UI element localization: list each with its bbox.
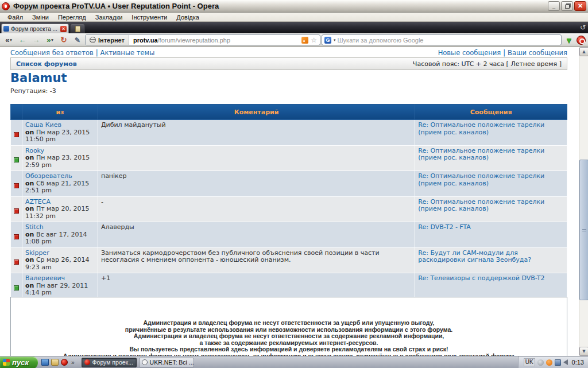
vote-comment: панікер <box>98 171 415 197</box>
tab-forum[interactable]: Форум проекта ... ✕ <box>1 24 69 33</box>
volume-icon[interactable] <box>563 359 568 365</box>
opera-quick-launch-icon[interactable] <box>61 359 68 366</box>
menu-help[interactable]: Довідка <box>172 13 203 21</box>
reputation-line: Репутация: -3 <box>10 87 56 95</box>
search-engine-dropdown-icon[interactable]: ▾ <box>334 38 336 42</box>
restore-icon <box>565 5 570 9</box>
message-link[interactable]: Re: Оптимальное положение тарелки (прием… <box>418 198 544 213</box>
tab-close-icon[interactable]: ✕ <box>60 26 67 32</box>
forward-button[interactable]: → <box>30 34 42 45</box>
rewind-button[interactable]: «▾ <box>2 34 15 45</box>
opera-task-icon <box>84 359 90 365</box>
vote-date: Сб мар 21, 2015 2:51 pm <box>25 180 89 195</box>
link-unanswered[interactable]: Сообщения без ответов <box>10 49 94 57</box>
message-link[interactable]: Re: DVB-T2 - FTA <box>418 223 471 231</box>
site-favicon-icon <box>3 26 9 32</box>
vote-comment: +1 <box>98 273 415 299</box>
fast-forward-dropdown-icon: ▾ <box>51 38 53 42</box>
vote-comment: - <box>98 196 415 222</box>
new-tab-button[interactable] <box>71 24 84 33</box>
globe-icon <box>90 37 96 43</box>
message-link[interactable]: Re: Оптимальное положение тарелки (прием… <box>418 121 544 136</box>
close-button[interactable]: ✕ <box>574 1 586 11</box>
link-active-topics[interactable]: Активные темы <box>100 49 155 57</box>
url-field[interactable]: Інтернет protv.ua/forum/viewreputation.p… <box>85 34 320 45</box>
restore-button[interactable] <box>561 1 573 11</box>
task-button-ukrnet[interactable]: UKR.NET: Всі ... <box>139 358 194 367</box>
forum-quick-links: Сообщения без ответов|Активные темы Новы… <box>10 49 567 57</box>
tray-orange-app-icon[interactable] <box>546 359 552 366</box>
table-row: Саша Киевon Пн мар 23, 2015 11:50 pm Диб… <box>11 120 567 146</box>
separator: | <box>501 49 508 57</box>
vote-icon <box>14 234 19 239</box>
vote-date: Пт мар 20, 2015 11:32 pm <box>25 205 90 220</box>
menu-bookmarks[interactable]: Закладки <box>91 13 127 21</box>
quick-launch-overflow-icon[interactable]: » <box>70 359 76 366</box>
vote-date: Пн авг 29, 2011 4:14 pm <box>25 282 88 297</box>
message-link[interactable]: Re: Оптимальное положение тарелки (прием… <box>418 147 544 162</box>
wand-button[interactable]: ✎ <box>71 34 84 45</box>
bookmark-star-icon[interactable]: ☆ <box>311 36 317 44</box>
table-row: Обозревательon Сб мар 21, 2015 2:51 pm п… <box>11 171 567 197</box>
url-domain: protv.ua <box>133 37 158 44</box>
vote-icon <box>14 183 19 188</box>
vote-date: Ср мар 26, 2014 9:23 am <box>25 256 90 271</box>
start-button[interactable]: пуск <box>0 357 38 368</box>
scrollbar-thumb[interactable] <box>579 160 588 300</box>
closed-tabs-bin-icon[interactable]: ↺ <box>580 24 586 32</box>
minimize-button[interactable]: _ <box>548 1 560 11</box>
table-header-row: из Коментарий Сообщения <box>11 104 567 120</box>
taskbar: пуск » Форум проек... UKR.NET: Всі ... U… <box>0 356 588 368</box>
tray-gray-app-icon[interactable] <box>537 359 544 366</box>
link-new-messages[interactable]: Новые сообщения <box>438 49 501 57</box>
tab-bar: Форум проекта ... ✕ ↺ <box>0 22 588 33</box>
opera-menu-icon[interactable] <box>577 36 586 45</box>
scroll-up-icon[interactable]: ▲ <box>579 47 588 56</box>
menu-edit[interactable]: Зміни <box>28 13 53 21</box>
vote-icon <box>14 208 19 214</box>
from-column-header: из <box>22 104 98 120</box>
download-arrow-icon[interactable]: ▼ <box>563 36 575 45</box>
message-link[interactable]: Re: Телевизоры с поддержкой DVB-T2 <box>418 274 544 282</box>
task-button-forum[interactable]: Форум проек... <box>82 358 137 367</box>
menu-file[interactable]: Файл <box>3 13 27 21</box>
reload-button[interactable]: ↻ <box>57 34 70 45</box>
address-bar: «▾ ← → »▾ ↻ ✎ Інтернет protv.ua/forum/vi… <box>0 33 588 47</box>
zone-label: Інтернет <box>98 37 125 44</box>
board-index-link[interactable]: Список форумов <box>16 60 77 68</box>
rewind-dropdown-icon: ▾ <box>10 38 12 42</box>
menu-tools[interactable]: Інструменти <box>127 13 171 21</box>
network-icon[interactable] <box>555 359 561 366</box>
disclaimer-line: Администрация и владелец форума не несут… <box>11 320 567 327</box>
message-link[interactable]: Re: Оптимальное положение тарелки (прием… <box>418 172 544 187</box>
url-text[interactable]: protv.ua/forum/viewreputation.php <box>129 37 301 44</box>
timezone-text: Часовой пояс: UTC + 2 часа [ Летнее врем… <box>413 60 562 68</box>
link-your-messages[interactable]: Ваши сообщения <box>508 49 567 57</box>
language-indicator[interactable]: UK <box>524 358 535 366</box>
table-row: Stitchon Вс авг 17, 2014 1:08 pm Алаверд… <box>11 222 567 248</box>
table-row: Rookyon Пн мар 23, 2015 2:59 pm Re: Опти… <box>11 145 567 171</box>
vote-column-header <box>11 104 22 120</box>
messages-column-header: Сообщения <box>415 104 567 120</box>
new-tab-icon <box>75 26 80 32</box>
vertical-scrollbar[interactable]: ▲ ▼ <box>579 47 588 356</box>
show-desktop-icon[interactable] <box>41 359 49 366</box>
profile-username: Balamut <box>10 71 67 85</box>
quick-launch-app-icon[interactable] <box>51 359 59 366</box>
back-button[interactable]: ← <box>16 34 29 45</box>
menu-view[interactable]: Перегляд <box>54 13 90 21</box>
separator: | <box>94 49 100 57</box>
vote-comment: Заниматься кармодрочерством без публично… <box>98 247 415 273</box>
google-icon: G <box>324 37 331 44</box>
opera-icon <box>2 2 10 10</box>
message-link[interactable]: Re: Будут ли CAM-модули для раскодировки… <box>418 249 531 264</box>
search-input[interactable] <box>338 37 559 44</box>
security-zone-badge[interactable]: Інтернет <box>86 35 129 45</box>
fast-forward-button[interactable]: »▾ <box>44 34 56 45</box>
scroll-down-icon[interactable]: ▼ <box>579 347 588 356</box>
table-row: Валериевичon Пн авг 29, 2011 4:14 pm +1 … <box>11 273 567 299</box>
board-index-bar: Список форумов Часовой пояс: UTC + 2 час… <box>10 57 567 70</box>
quick-launch: » <box>38 359 79 366</box>
rss-icon[interactable] <box>301 37 308 44</box>
url-path: /forum/viewreputation.php <box>158 37 231 44</box>
